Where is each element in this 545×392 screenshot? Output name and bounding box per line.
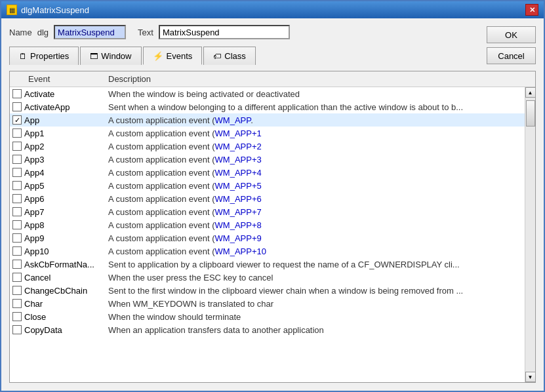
event-checkbox[interactable] (12, 115, 22, 125)
table-body[interactable]: Activate When the window is being activa… (10, 87, 525, 382)
table-row[interactable]: App1 A custom application event (WM_APP+… (10, 127, 525, 140)
cell-event[interactable]: App8 (10, 220, 108, 230)
cell-event[interactable]: CopyData (10, 325, 108, 335)
text-input[interactable] (159, 25, 290, 39)
link-text: WM_APP+1 (215, 128, 262, 138)
cell-event[interactable]: App1 (10, 128, 108, 138)
scroll-track[interactable] (525, 98, 535, 372)
link-text: WM_APP+8 (215, 220, 262, 230)
cell-desc: A custom application event (WM_APP+5 (108, 181, 525, 191)
tab-properties[interactable]: 🗒 Properties (9, 47, 79, 65)
tab-class[interactable]: 🏷 Class (203, 47, 256, 65)
cancel-button[interactable]: Cancel (487, 47, 536, 64)
cell-desc: When the window is being activated or de… (108, 89, 525, 99)
scroll-thumb[interactable] (526, 100, 535, 127)
ok-cancel-panel: OK Cancel (487, 26, 536, 64)
event-name: App2 (24, 142, 44, 151)
table-row[interactable]: Close When the window should terminate (10, 310, 525, 323)
event-checkbox[interactable] (12, 155, 22, 164)
table-row[interactable]: App4 A custom application event (WM_APP+… (10, 166, 525, 179)
link-text: WM_APP+7 (215, 207, 262, 217)
event-name: Activate (24, 89, 54, 99)
table-row[interactable]: App7 A custom application event (WM_APP+… (10, 205, 525, 218)
cell-event[interactable]: Char (10, 299, 108, 309)
class-icon: 🏷 (213, 52, 221, 61)
cell-event[interactable]: ActivateApp (10, 102, 108, 112)
ok-button[interactable]: OK (487, 26, 536, 43)
table-row[interactable]: App5 A custom application event (WM_APP+… (10, 179, 525, 192)
event-checkbox[interactable] (12, 89, 22, 98)
scroll-down-button[interactable]: ▼ (525, 372, 536, 382)
cell-event[interactable]: App5 (10, 181, 108, 191)
cell-desc: When an application transfers data to an… (108, 325, 525, 335)
cell-desc: A custom application event (WM_APP+2 (108, 142, 525, 151)
event-name: ChangeCbChain (24, 286, 87, 296)
cell-event[interactable]: Activate (10, 89, 108, 99)
event-checkbox[interactable] (12, 312, 22, 321)
cell-event[interactable]: AskCbFormatNa... (10, 260, 108, 269)
table-row[interactable]: App6 A custom application event (WM_APP+… (10, 192, 525, 205)
table-row[interactable]: App8 A custom application event (WM_APP+… (10, 218, 525, 231)
cell-event[interactable]: App7 (10, 207, 108, 217)
col-event-header: Event (10, 74, 108, 84)
cell-event[interactable]: Cancel (10, 273, 108, 283)
cell-event[interactable]: App10 (10, 246, 108, 256)
event-checkbox[interactable] (12, 207, 22, 216)
cell-desc: Sent to application by a clipboard viewe… (108, 260, 525, 269)
table-row[interactable]: Activate When the window is being activa… (10, 87, 525, 100)
table-row[interactable]: App3 A custom application event (WM_APP+… (10, 153, 525, 166)
table-row[interactable]: App10 A custom application event (WM_APP… (10, 245, 525, 258)
event-checkbox[interactable] (12, 325, 22, 334)
cell-event[interactable]: App6 (10, 194, 108, 204)
event-name: App3 (24, 155, 44, 165)
event-checkbox[interactable] (12, 233, 22, 243)
event-checkbox[interactable] (12, 220, 22, 229)
event-checkbox[interactable] (12, 128, 22, 138)
event-checkbox[interactable] (12, 246, 22, 256)
table-row[interactable]: ChangeCbChain Sent to the first window i… (10, 284, 525, 297)
event-name: App (24, 115, 39, 125)
cell-event[interactable]: App4 (10, 168, 108, 178)
events-panel: Event Description Activate When the wind… (9, 71, 536, 383)
table-row[interactable]: App9 A custom application event (WM_APP+… (10, 231, 525, 245)
close-button[interactable]: ✕ (525, 4, 538, 16)
tab-events[interactable]: ⚡ Events (143, 47, 203, 65)
event-checkbox[interactable] (12, 102, 22, 111)
event-checkbox[interactable] (12, 168, 22, 177)
event-name: App4 (24, 168, 44, 178)
event-checkbox[interactable] (12, 260, 22, 269)
event-name: App6 (24, 194, 44, 204)
tab-window[interactable]: 🗖 Window (80, 47, 141, 65)
cell-event[interactable]: App (10, 115, 108, 125)
cell-event[interactable]: ChangeCbChain (10, 286, 108, 296)
table-row[interactable]: Cancel When the user press the ESC key t… (10, 271, 525, 284)
event-checkbox[interactable] (12, 299, 22, 308)
cell-event[interactable]: Close (10, 312, 108, 322)
event-name: App7 (24, 207, 44, 217)
table-row[interactable]: AskCbFormatNa... Sent to application by … (10, 258, 525, 271)
link-text: WM_APP+4 (215, 168, 262, 178)
event-checkbox[interactable] (12, 286, 22, 295)
name-input[interactable] (54, 25, 126, 39)
table-row[interactable]: App A custom application event (WM_APP. (10, 113, 525, 127)
event-checkbox[interactable] (12, 194, 22, 203)
scrollbar[interactable]: ▲ ▼ (525, 87, 535, 382)
scroll-up-button[interactable]: ▲ (525, 87, 536, 98)
main-window: ▦ dlgMatrixSuspend ✕ Name dlg Text 🗒 Pro… (0, 0, 545, 392)
cell-desc: A custom application event (WM_APP+1 (108, 128, 525, 138)
cell-desc: A custom application event (WM_APP. (108, 115, 525, 125)
event-checkbox[interactable] (12, 142, 22, 151)
cell-event[interactable]: App9 (10, 233, 108, 243)
event-checkbox[interactable] (12, 273, 22, 282)
table-row[interactable]: Char When WM_KEYDOWN is translated to ch… (10, 297, 525, 310)
table-row[interactable]: CopyData When an application transfers d… (10, 323, 525, 336)
event-name: App1 (24, 128, 44, 138)
cell-event[interactable]: App3 (10, 155, 108, 165)
event-checkbox[interactable] (12, 181, 22, 190)
table-row[interactable]: ActivateApp Sent when a window belonging… (10, 100, 525, 113)
tab-content: Event Description Activate When the wind… (9, 71, 536, 383)
event-name: CopyData (24, 325, 62, 335)
link-text: WM_APP+10 (215, 246, 266, 256)
cell-event[interactable]: App2 (10, 142, 108, 151)
table-row[interactable]: App2 A custom application event (WM_APP+… (10, 140, 525, 153)
